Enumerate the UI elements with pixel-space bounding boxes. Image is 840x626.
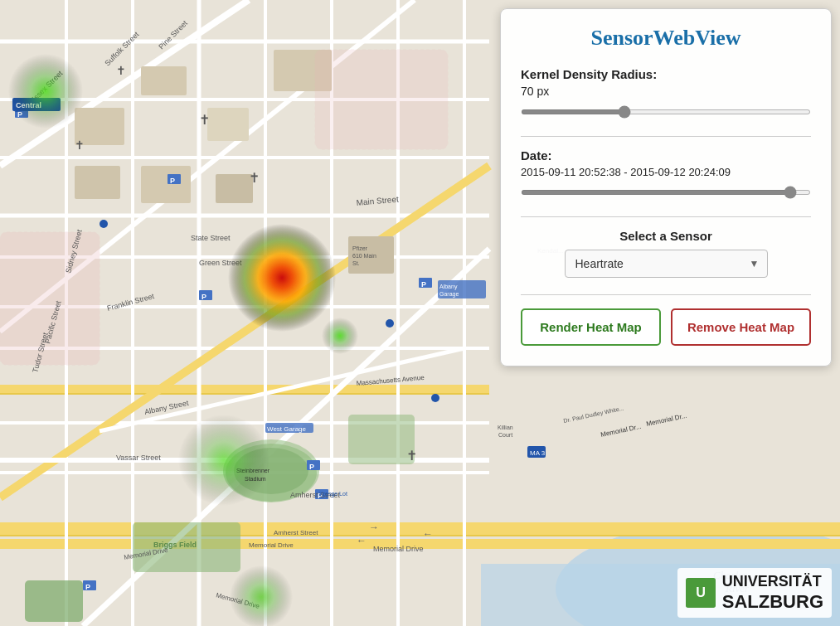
svg-text:Garage: Garage <box>439 291 459 298</box>
svg-rect-5 <box>0 522 840 536</box>
svg-text:✝: ✝ <box>199 113 210 127</box>
sensor-section-label: Select a Sensor <box>521 229 811 243</box>
svg-rect-6 <box>0 535 840 536</box>
svg-text:Memorial Drive: Memorial Drive <box>249 541 294 549</box>
svg-rect-39 <box>25 580 83 622</box>
svg-point-85 <box>431 394 439 402</box>
svg-text:Albany: Albany <box>439 284 458 290</box>
svg-rect-35 <box>141 166 191 203</box>
app-title: SensorWebView <box>521 26 811 51</box>
svg-text:Stadium: Stadium <box>245 476 266 482</box>
svg-text:Briggs Field: Briggs Field <box>153 541 197 549</box>
svg-text:→: → <box>369 522 379 533</box>
svg-text:Court: Court <box>498 432 512 438</box>
separator-3 <box>521 294 811 295</box>
svg-text:✝: ✝ <box>249 171 260 185</box>
svg-point-86 <box>386 319 394 328</box>
university-city: SALZBURG <box>722 591 823 613</box>
svg-text:Green Street: Green Street <box>199 259 242 267</box>
svg-rect-36 <box>216 174 253 203</box>
svg-text:Central: Central <box>16 101 41 109</box>
kernel-density-label: Kernel Density Radius: <box>521 67 811 81</box>
university-logo: U UNIVERSITÄT SALZBURG <box>677 568 832 618</box>
university-name: UNIVERSITÄT <box>722 573 823 591</box>
svg-text:✝: ✝ <box>75 138 85 152</box>
date-range-slider[interactable] <box>521 190 811 195</box>
svg-rect-34 <box>75 166 120 199</box>
svg-text:St.: St. <box>352 260 360 266</box>
kernel-density-section: Kernel Density Radius: 70 px <box>521 67 811 128</box>
svg-rect-44 <box>315 50 448 149</box>
svg-point-84 <box>100 220 108 228</box>
logo-text: UNIVERSITÄT SALZBURG <box>722 573 823 613</box>
svg-text:610 Main: 610 Main <box>352 253 376 259</box>
sensor-dropdown-wrapper: Heartrate Temperature Speed Acceleration… <box>565 250 768 278</box>
separator-1 <box>521 136 811 137</box>
action-buttons: Render Heat Map Remove Heat Map <box>521 308 811 346</box>
date-label: Date: <box>521 148 811 163</box>
control-panel: SensorWebView Kernel Density Radius: 70 … <box>500 8 832 366</box>
svg-text:Amherst Street: Amherst Street <box>274 529 318 536</box>
svg-text:←: ← <box>357 535 367 546</box>
university-logo-icon: U <box>686 578 716 608</box>
svg-rect-31 <box>141 66 187 95</box>
svg-text:West Garage: West Garage <box>267 425 307 433</box>
remove-heatmap-button[interactable]: Remove Heat Map <box>671 308 811 346</box>
date-section: Date: 2015-09-11 20:52:38 - 2015-09-12 2… <box>521 148 811 208</box>
svg-rect-40 <box>348 415 415 464</box>
separator-2 <box>521 216 811 217</box>
svg-text:Pfizer: Pfizer <box>352 245 368 251</box>
render-heatmap-button[interactable]: Render Heat Map <box>521 308 661 346</box>
svg-text:Steinbrenner: Steinbrenner <box>236 468 270 473</box>
svg-text:←: ← <box>423 528 433 540</box>
svg-text:Kresge Lot: Kresge Lot <box>319 491 347 497</box>
svg-text:P: P <box>85 583 90 591</box>
svg-text:✝: ✝ <box>406 449 417 463</box>
svg-text:✝: ✝ <box>116 64 126 77</box>
kernel-density-value: 70 px <box>521 85 811 98</box>
svg-text:MA 3: MA 3 <box>530 449 546 457</box>
svg-text:P: P <box>202 293 206 301</box>
date-value: 2015-09-11 20:52:38 - 2015-09-12 20:24:0… <box>521 166 811 178</box>
svg-text:State Street: State Street <box>191 234 231 242</box>
svg-text:P: P <box>309 463 314 471</box>
svg-text:U: U <box>696 585 706 599</box>
svg-text:Killian: Killian <box>498 425 513 430</box>
svg-text:P: P <box>170 177 175 185</box>
svg-text:Memorial Drive: Memorial Drive <box>373 545 424 553</box>
svg-text:Vassar Street: Vassar Street <box>116 454 161 462</box>
kernel-density-slider[interactable] <box>521 109 811 114</box>
svg-text:P: P <box>421 280 426 289</box>
svg-rect-32 <box>207 108 249 141</box>
sensor-dropdown[interactable]: Heartrate Temperature Speed Acceleration <box>565 250 768 278</box>
